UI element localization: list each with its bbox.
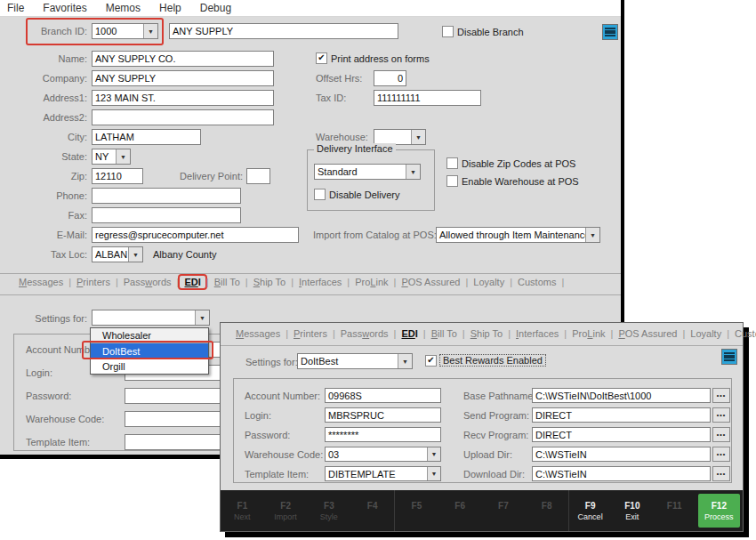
tab[interactable]: Bill To bbox=[210, 276, 245, 288]
import-catalog-combobox[interactable]: Allowed through Item Maintenance ▼ bbox=[436, 227, 600, 243]
settings-for-combobox[interactable]: ▼ bbox=[92, 310, 210, 326]
offset-hrs-field[interactable]: 0 bbox=[374, 70, 406, 86]
function-key[interactable]: F11 bbox=[654, 490, 696, 531]
form-row: Base Pathname: C:\WSTieIN\DoItBest\1000 … bbox=[463, 388, 730, 403]
tab[interactable]: Printers bbox=[289, 327, 332, 340]
company-field[interactable]: ANY SUPPLY bbox=[92, 70, 274, 86]
field-input[interactable]: 03▼ bbox=[325, 447, 441, 462]
function-key[interactable]: F8 bbox=[525, 490, 568, 531]
chevron-down-icon[interactable]: ▼ bbox=[427, 467, 440, 480]
tab[interactable]: Customs bbox=[730, 327, 756, 340]
tab[interactable]: Messages bbox=[231, 327, 285, 340]
menu-item[interactable]: Debug bbox=[200, 2, 231, 14]
zip-field[interactable]: 12110 bbox=[92, 168, 143, 184]
disable-delivery-checkbox[interactable] bbox=[314, 189, 326, 200]
taxloc-combobox[interactable]: ALBAN ▼ bbox=[92, 246, 143, 262]
tab[interactable]: Loyalty bbox=[686, 327, 726, 340]
field-input[interactable]: 09968S▼ bbox=[325, 388, 441, 403]
tab[interactable]: Interfaces bbox=[294, 276, 346, 288]
disable-branch-checkbox[interactable] bbox=[442, 26, 454, 37]
phone-field[interactable] bbox=[92, 188, 241, 204]
best-rewards-checkbox[interactable]: ✔ bbox=[425, 355, 437, 367]
disable-zip-checkbox[interactable] bbox=[446, 157, 458, 169]
delivery-point-field[interactable] bbox=[246, 168, 270, 184]
tab[interactable]: Printers bbox=[72, 276, 115, 288]
tab[interactable]: EDI bbox=[180, 276, 205, 288]
tab[interactable]: ProLink bbox=[350, 276, 392, 288]
function-key[interactable]: F7 bbox=[482, 490, 526, 531]
address2-field[interactable] bbox=[92, 109, 274, 125]
tab[interactable]: Loyalty bbox=[469, 276, 509, 288]
field-input[interactable]: C:\WSTieIN bbox=[532, 466, 711, 481]
divider bbox=[0, 273, 621, 274]
menu-item[interactable]: Help bbox=[159, 2, 181, 14]
function-key[interactable]: F4 bbox=[350, 490, 394, 531]
function-key[interactable]: F1 Next bbox=[221, 490, 264, 531]
tax-id-field[interactable]: 111111111 bbox=[374, 90, 481, 106]
address1-field[interactable]: 123 MAIN ST. bbox=[92, 90, 274, 106]
chevron-down-icon[interactable]: ▼ bbox=[411, 130, 425, 144]
field-input[interactable]: DIRECT bbox=[532, 407, 711, 423]
function-key[interactable]: F12 Process bbox=[698, 494, 740, 528]
field-input[interactable]: DIBTEMPLATE▼ bbox=[325, 466, 441, 481]
settings-for-combobox[interactable]: DoItBest ▼ bbox=[297, 353, 413, 369]
tab[interactable]: Bill To bbox=[427, 327, 462, 340]
branch-name-field[interactable]: ANY SUPPLY bbox=[169, 23, 398, 39]
settings-for-label: Settings for: bbox=[245, 354, 297, 370]
function-key[interactable]: F2 Import bbox=[264, 490, 308, 531]
name-field[interactable]: ANY SUPPLY CO. bbox=[92, 51, 274, 67]
enable-warehouse-checkbox[interactable] bbox=[446, 175, 458, 187]
fax-field[interactable] bbox=[92, 207, 241, 223]
tab[interactable]: EDI bbox=[397, 327, 422, 340]
notes-icon[interactable] bbox=[721, 349, 737, 365]
field-input[interactable]: DIRECT bbox=[532, 427, 711, 442]
chevron-down-icon[interactable]: ▼ bbox=[427, 447, 440, 461]
delivery-interface-combobox[interactable]: Standard ▼ bbox=[314, 164, 421, 180]
chevron-down-icon[interactable]: ▼ bbox=[143, 24, 157, 38]
browse-button[interactable]: ••• bbox=[712, 388, 730, 403]
menu-item[interactable]: File bbox=[7, 2, 24, 14]
browse-button[interactable]: ••• bbox=[712, 447, 730, 462]
function-key[interactable]: F10 Exit bbox=[611, 490, 653, 531]
tab[interactable]: Customs bbox=[513, 276, 560, 288]
function-key[interactable]: F9 Cancel bbox=[569, 490, 611, 531]
tab[interactable]: Interfaces bbox=[511, 327, 563, 340]
chevron-down-icon[interactable]: ▼ bbox=[195, 310, 209, 325]
tab[interactable]: POS Assured bbox=[397, 276, 464, 288]
browse-button[interactable]: ••• bbox=[712, 466, 730, 481]
tab[interactable]: POS Assured bbox=[614, 327, 681, 340]
dropdown-option-orgill[interactable]: Orgill bbox=[91, 359, 208, 374]
branch-id-combobox[interactable]: 1000 ▼ bbox=[92, 23, 158, 39]
tab[interactable]: Passwords bbox=[119, 276, 176, 288]
tab[interactable]: ProLink bbox=[567, 327, 609, 340]
dropdown-option-wholesaler[interactable]: Wholesaler bbox=[91, 328, 208, 343]
city-field[interactable]: LATHAM bbox=[92, 129, 201, 145]
chevron-down-icon[interactable]: ▼ bbox=[585, 228, 599, 242]
field-input[interactable]: ********▼ bbox=[325, 427, 441, 442]
tab[interactable]: Passwords bbox=[336, 327, 393, 340]
company-label: Company: bbox=[16, 70, 87, 86]
function-key[interactable]: F5 bbox=[395, 490, 438, 531]
menu-item[interactable]: Favorites bbox=[43, 2, 86, 14]
address2-label: Address2: bbox=[16, 109, 87, 125]
browse-button[interactable]: ••• bbox=[712, 407, 730, 423]
function-key[interactable]: F6 bbox=[438, 490, 482, 531]
notes-icon[interactable] bbox=[602, 24, 618, 40]
chevron-down-icon[interactable]: ▼ bbox=[406, 165, 420, 179]
field-input[interactable]: C:\WSTieIN bbox=[532, 447, 711, 462]
tab[interactable]: Messages bbox=[14, 276, 68, 288]
function-key[interactable]: F3 Style bbox=[308, 490, 351, 531]
tab[interactable]: Ship To bbox=[249, 276, 291, 288]
state-combobox[interactable]: NY ▼ bbox=[92, 149, 131, 165]
tab[interactable]: Ship To bbox=[466, 327, 508, 340]
chevron-down-icon[interactable]: ▼ bbox=[116, 149, 130, 164]
print-address-checkbox[interactable]: ✔ bbox=[316, 52, 327, 64]
field-input[interactable]: MBRSPRUC▼ bbox=[325, 407, 441, 423]
chevron-down-icon[interactable]: ▼ bbox=[398, 354, 412, 368]
field-input[interactable]: C:\WSTieIN\DoItBest\1000 bbox=[532, 388, 711, 403]
email-field[interactable]: regress@sprucecomputer.net bbox=[92, 227, 299, 243]
browse-button[interactable]: ••• bbox=[712, 427, 730, 442]
menu-item[interactable]: Memos bbox=[106, 2, 141, 14]
dropdown-option-doitbest[interactable]: DoItBest bbox=[91, 343, 208, 359]
chevron-down-icon[interactable]: ▼ bbox=[128, 247, 142, 262]
